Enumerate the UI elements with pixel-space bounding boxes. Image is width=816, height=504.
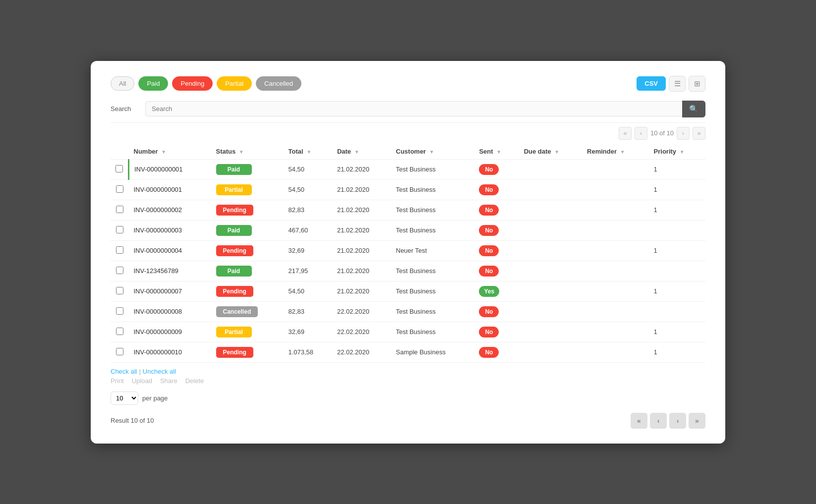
th-customer[interactable]: Customer ▼ <box>391 144 474 160</box>
row-sent: No <box>474 301 519 322</box>
share-link[interactable]: Share <box>160 377 177 385</box>
row-status: Paid <box>211 220 284 240</box>
th-due-date[interactable]: Due date ▼ <box>519 144 582 160</box>
th-date[interactable]: Date ▼ <box>332 144 391 160</box>
pag-prev-top[interactable]: ‹ <box>635 127 647 140</box>
sort-customer-icon: ▼ <box>429 149 434 155</box>
row-priority <box>649 301 705 322</box>
row-status: Paid <box>211 261 284 281</box>
row-checkbox[interactable] <box>116 287 123 294</box>
row-total: 1.073,58 <box>283 342 332 362</box>
sort-date-icon: ▼ <box>354 149 359 155</box>
table-row: INV-0000000008Cancelled82,8322.02.2020Te… <box>111 301 705 322</box>
row-checkbox[interactable] <box>116 307 123 315</box>
row-checkbox[interactable] <box>116 267 123 274</box>
row-number: INV-0000000001 <box>129 159 211 179</box>
row-date: 22.02.2020 <box>332 342 391 362</box>
row-sent: No <box>474 200 519 220</box>
th-priority[interactable]: Priority ▼ <box>649 144 705 160</box>
divider <box>111 122 705 123</box>
row-number: INV-0000000004 <box>129 240 211 261</box>
filter-paid[interactable]: Paid <box>138 76 168 91</box>
table-row: INV-0000000001Paid54,5021.02.2020Test Bu… <box>111 159 705 179</box>
row-checkbox[interactable] <box>116 328 123 335</box>
row-checkbox[interactable] <box>116 165 123 172</box>
main-window: All Paid Pending Partial Cancelled CSV ☰… <box>91 61 725 444</box>
search-button[interactable]: 🔍 <box>682 101 705 117</box>
pag-last-bottom[interactable]: » <box>689 413 705 429</box>
pag-next-bottom[interactable]: › <box>669 413 686 429</box>
row-customer: Test Business <box>391 261 474 281</box>
list-icon: ☰ <box>674 79 681 88</box>
th-sent[interactable]: Sent ▼ <box>474 144 519 160</box>
table-row: INV-0000000003Paid467,6021.02.2020Test B… <box>111 220 705 240</box>
row-reminder <box>582 281 649 301</box>
filter-pending[interactable]: Pending <box>172 76 213 91</box>
print-link[interactable]: Print <box>111 377 124 385</box>
row-total: 32,69 <box>283 322 332 342</box>
row-sent: No <box>474 342 519 362</box>
row-total: 54,50 <box>283 159 332 179</box>
row-priority <box>649 261 705 281</box>
row-sent: No <box>474 179 519 200</box>
pag-first-top[interactable]: « <box>619 127 632 140</box>
pag-prev-bottom[interactable]: ‹ <box>650 413 667 429</box>
row-customer: Test Business <box>391 281 474 301</box>
per-page-row: 10 25 50 100 per page <box>111 392 705 405</box>
pag-next-top[interactable]: › <box>677 127 690 140</box>
status-badge: Partial <box>216 184 252 195</box>
row-checkbox-cell <box>111 281 129 301</box>
row-customer: Test Business <box>391 220 474 240</box>
table-row: INV-0000000009Partial32,6922.02.2020Test… <box>111 322 705 342</box>
sent-badge: No <box>479 184 499 195</box>
filter-partial[interactable]: Partial <box>217 76 252 91</box>
row-due-date <box>519 220 582 240</box>
th-total[interactable]: Total ▼ <box>283 144 332 160</box>
per-page-select[interactable]: 10 25 50 100 <box>111 392 138 405</box>
status-badge: Paid <box>216 164 252 175</box>
sent-badge: No <box>479 306 499 317</box>
csv-button[interactable]: CSV <box>637 76 666 91</box>
pag-last-top[interactable]: » <box>693 127 705 140</box>
row-checkbox[interactable] <box>116 206 123 213</box>
row-date: 22.02.2020 <box>332 301 391 322</box>
th-reminder[interactable]: Reminder ▼ <box>582 144 649 160</box>
upload-link[interactable]: Upload <box>132 377 152 385</box>
row-reminder <box>582 220 649 240</box>
row-due-date <box>519 240 582 261</box>
pag-first-bottom[interactable]: « <box>631 413 647 429</box>
status-badge: Pending <box>216 245 253 256</box>
check-separator: | <box>139 368 140 375</box>
row-sent: No <box>474 261 519 281</box>
th-status[interactable]: Status ▼ <box>211 144 284 160</box>
row-total: 54,50 <box>283 179 332 200</box>
row-checkbox[interactable] <box>116 348 123 355</box>
check-links: Check all | Uncheck all <box>111 368 705 375</box>
pagination-bottom: « ‹ › » <box>631 413 705 429</box>
table-row: INV-0000000001Partial54,5021.02.2020Test… <box>111 179 705 200</box>
status-badge: Pending <box>216 205 253 216</box>
row-sent: Yes <box>474 281 519 301</box>
filter-cancelled[interactable]: Cancelled <box>256 76 301 91</box>
row-reminder <box>582 200 649 220</box>
row-checkbox[interactable] <box>116 226 123 233</box>
check-all-link[interactable]: Check all <box>111 368 137 375</box>
uncheck-all-link[interactable]: Uncheck all <box>143 368 176 375</box>
view-list-button[interactable]: ☰ <box>669 76 686 92</box>
row-due-date <box>519 322 582 342</box>
table-row: INV-0000000004Pending32,6921.02.2020Neue… <box>111 240 705 261</box>
row-checkbox[interactable] <box>116 246 123 254</box>
search-input[interactable] <box>145 101 682 116</box>
row-checkbox-cell <box>111 179 129 200</box>
row-number: INV-0000000001 <box>129 179 211 200</box>
filter-all[interactable]: All <box>111 76 134 91</box>
view-grid-button[interactable]: ⊞ <box>689 76 705 92</box>
row-date: 21.02.2020 <box>332 159 391 179</box>
th-number[interactable]: Number ▼ <box>129 144 211 160</box>
row-reminder <box>582 301 649 322</box>
delete-link[interactable]: Delete <box>185 377 204 385</box>
row-checkbox[interactable] <box>116 185 123 193</box>
row-customer: Sample Business <box>391 342 474 362</box>
row-sent: No <box>474 159 519 179</box>
row-date: 21.02.2020 <box>332 179 391 200</box>
